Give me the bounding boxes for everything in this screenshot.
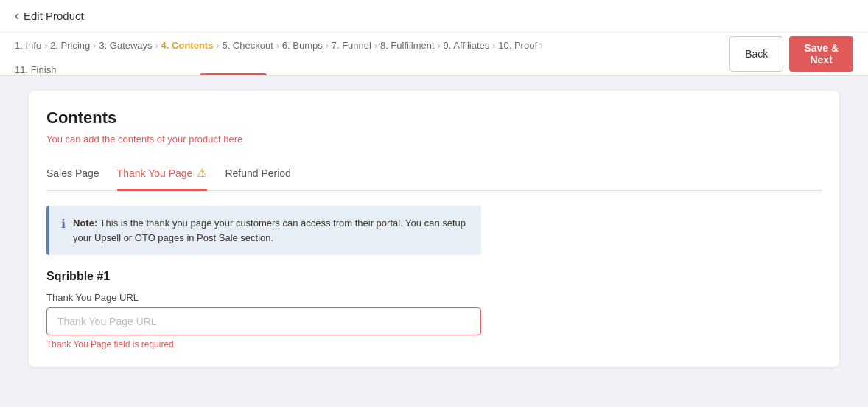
section-title: Sqribble #1 [46,270,822,283]
breadcrumb-nav: 1. Info › 2. Pricing › 3. Gateways › 4. … [15,40,853,58]
subtitle-highlight: here [223,133,242,145]
field-group: Thank You Page URL Thank You Page field … [46,292,822,349]
breadcrumb-item-contents[interactable]: 4. Contents [161,40,214,51]
sep-6: › [326,41,329,51]
breadcrumb-item-gateways[interactable]: 3. Gateways [99,40,152,51]
breadcrumb-item-checkout[interactable]: 5. Checkout [222,40,273,51]
warning-icon: ⚠ [197,166,207,180]
subtitle-text: You can add the contents of your product [46,133,223,145]
field-error: Thank You Page field is required [46,339,822,349]
back-link[interactable]: ‹ Edit Product [15,2,84,29]
back-arrow-icon: ‹ [15,8,19,24]
sep-7: › [374,41,377,51]
info-icon: ℹ [61,217,66,245]
card-title: Contents [46,108,822,128]
note-body: This is the thank you page your customer… [73,218,466,243]
edit-product-label: Edit Product [24,10,84,22]
breadcrumb-wrapper: 1. Info › 2. Pricing › 3. Gateways › 4. … [0,32,868,76]
field-label: Thank You Page URL [46,292,822,303]
action-buttons: Back Save &Next [729,36,853,72]
tabs: Sales Page Thank You Page ⚠ Refund Perio… [46,159,822,191]
tab-sales-page-label: Sales Page [46,167,99,179]
sep-10: › [540,41,543,51]
main-content: Contents You can add the contents of you… [14,76,854,382]
breadcrumb-item-bumps[interactable]: 6. Bumps [282,40,323,51]
breadcrumb-item-info[interactable]: 1. Info [15,40,41,51]
breadcrumb-item-fulfillment[interactable]: 8. Fulfillment [380,40,435,51]
tab-refund-period[interactable]: Refund Period [225,161,291,190]
thank-you-url-input[interactable] [46,307,481,335]
sep-4: › [216,41,219,51]
back-button[interactable]: Back [729,36,783,72]
card-subtitle: You can add the contents of your product… [46,133,822,145]
sep-9: › [492,41,495,51]
sep-3: › [155,41,158,51]
tab-thank-you-page[interactable]: Thank You Page ⚠ [117,160,208,191]
active-underline [200,73,267,75]
tab-refund-period-label: Refund Period [225,167,291,179]
breadcrumb-item-affiliates[interactable]: 9. Affiliates [444,40,490,51]
note-box: ℹ Note: This is the thank you page your … [46,206,481,255]
breadcrumb-second-row: 11. Finish [15,58,853,75]
sep-2: › [93,41,96,51]
sep-5: › [276,41,279,51]
content-card: Contents You can add the contents of you… [29,91,839,367]
note-bold: Note: [73,218,97,229]
sep-1: › [44,41,47,51]
save-next-button[interactable]: Save &Next [789,36,853,72]
note-text: Note: This is the thank you page your cu… [73,216,469,245]
breadcrumb-item-funnel[interactable]: 7. Funnel [332,40,371,51]
tab-thank-you-page-label: Thank You Page [117,167,193,179]
breadcrumb-item-pricing[interactable]: 2. Pricing [50,40,90,51]
tab-sales-page[interactable]: Sales Page [46,161,99,190]
breadcrumb-bar: 1. Info › 2. Pricing › 3. Gateways › 4. … [0,32,868,76]
top-header: ‹ Edit Product [0,0,868,32]
breadcrumb-item-proof[interactable]: 10. Proof [498,40,537,51]
sep-8: › [438,41,441,51]
breadcrumb-item-finish[interactable]: 11. Finish [15,64,853,75]
